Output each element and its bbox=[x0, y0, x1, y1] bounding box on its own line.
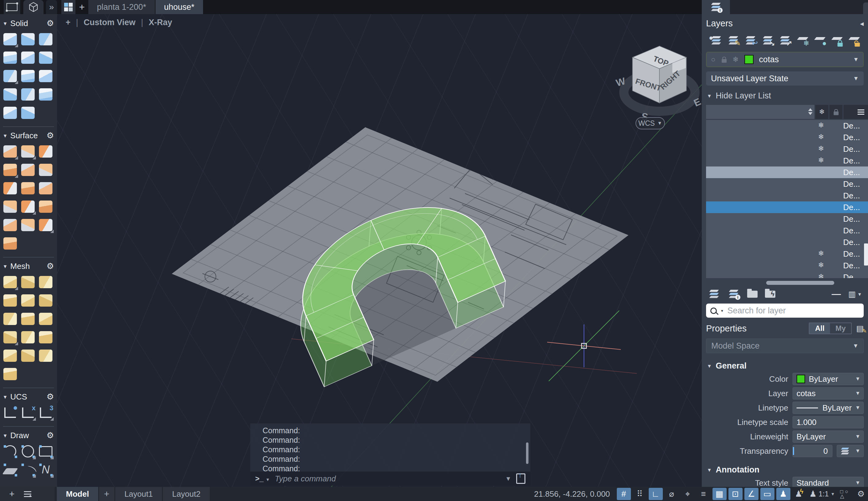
solid-fillet-icon[interactable] bbox=[19, 49, 37, 67]
property-control[interactable]: ByLayer▼ bbox=[793, 402, 864, 414]
layer-list-vscrollbar[interactable] bbox=[864, 244, 868, 266]
surface-analysis-report-icon[interactable] bbox=[1, 234, 19, 253]
layer-row[interactable]: De... bbox=[706, 201, 868, 213]
draw-arc-icon[interactable] bbox=[1, 442, 19, 460]
mesh-merge-face-icon[interactable] bbox=[19, 347, 37, 365]
solid-extrude-icon[interactable] bbox=[19, 30, 37, 49]
section-header-draw[interactable]: ▾Draw⚙ bbox=[0, 427, 57, 441]
gear-icon[interactable]: ⚙ bbox=[46, 392, 54, 402]
mesh-smooth-less-icon[interactable] bbox=[19, 310, 37, 328]
new-layout-button[interactable]: + bbox=[99, 487, 114, 501]
layers-palette-tab[interactable] bbox=[702, 0, 730, 14]
mesh-collapse-icon[interactable] bbox=[37, 347, 55, 365]
section-header-solid[interactable]: ▾Solid⚙ bbox=[0, 15, 57, 30]
surface-convert-icon[interactable] bbox=[19, 179, 37, 198]
property-control[interactable]: 1.000 bbox=[793, 416, 864, 428]
polar-tracking-toggle[interactable]: ⌀ bbox=[665, 488, 679, 500]
solid-box-icon[interactable] bbox=[1, 30, 19, 49]
layer-row[interactable]: ❄De... bbox=[706, 143, 868, 155]
annotation-visibility-toggle[interactable]: ♟ bbox=[776, 488, 791, 500]
freeze-column-header[interactable]: ❄ bbox=[814, 105, 828, 119]
surface-blend-icon[interactable] bbox=[37, 142, 55, 161]
new-layer-icon[interactable] bbox=[708, 289, 720, 299]
transparency-bylayer-button[interactable]: ▼ bbox=[837, 445, 864, 457]
layer-search[interactable]: ▾ bbox=[706, 303, 864, 318]
command-input[interactable]: Type a command bbox=[275, 474, 500, 483]
viewport[interactable]: + | Custom View | X-Ray bbox=[57, 14, 702, 487]
layer-previous-icon[interactable]: ↩ bbox=[743, 33, 758, 47]
command-history[interactable]: Command:Command:Command:Command:Command: bbox=[250, 424, 530, 471]
viewcube[interactable]: W S E TOP FRONT RIGHT bbox=[615, 46, 702, 122]
mesh-warp-icon[interactable] bbox=[1, 291, 19, 310]
selection-dropdown[interactable]: Model Space ▼ bbox=[706, 339, 864, 353]
grid-toggle[interactable]: # bbox=[617, 488, 631, 500]
solid-slice-icon[interactable] bbox=[1, 67, 19, 85]
freeze-icon[interactable]: ❄ bbox=[816, 133, 826, 141]
draw-rectangle-icon[interactable] bbox=[37, 442, 55, 460]
layer-state-icon[interactable]: ● bbox=[709, 33, 723, 47]
mesh-smooth-more-icon[interactable] bbox=[1, 310, 19, 328]
layer-lock-icon[interactable] bbox=[829, 33, 844, 47]
selection-cycling-toggle[interactable]: ⊡ bbox=[729, 488, 743, 500]
section-header-ucs[interactable]: ▾UCS⚙ bbox=[0, 389, 57, 403]
layer-row[interactable]: De... bbox=[706, 225, 868, 236]
surface-raise-icon[interactable] bbox=[37, 161, 55, 179]
section-annotation[interactable]: ▾Annotation bbox=[708, 465, 868, 475]
layer-row[interactable]: De... bbox=[706, 167, 868, 178]
solid-offset-icon[interactable] bbox=[37, 85, 55, 104]
mesh-split-icon[interactable] bbox=[1, 347, 19, 365]
filter-all-button[interactable]: All bbox=[809, 323, 830, 333]
doc-tab-planta[interactable]: planta 1-200* bbox=[88, 0, 155, 14]
customize-gear-toggle[interactable]: ⚙ bbox=[854, 488, 868, 500]
solid-wireframe-icon[interactable] bbox=[19, 67, 37, 85]
open-folder-icon[interactable] bbox=[747, 291, 758, 298]
gear-icon[interactable]: ⚙ bbox=[46, 261, 54, 271]
freeze-icon[interactable]: ❄ bbox=[816, 156, 826, 164]
annotation-autoscale-toggle[interactable]: ♟ϟ bbox=[792, 488, 806, 500]
layer-row[interactable]: ❄De... bbox=[706, 155, 868, 167]
solid-stack-icon[interactable] bbox=[1, 85, 19, 104]
solid-convert-icon[interactable] bbox=[1, 104, 19, 122]
freeze-icon[interactable]: ❄ bbox=[816, 261, 826, 269]
mesh-bend-icon[interactable] bbox=[37, 273, 55, 291]
mesh-wave-icon[interactable] bbox=[19, 291, 37, 310]
layer-isolate-icon[interactable]: ↘ bbox=[760, 33, 775, 47]
solid-lift-icon[interactable] bbox=[1, 49, 19, 67]
surface-analysis-zebra-icon[interactable] bbox=[37, 216, 55, 234]
add-icon[interactable]: + bbox=[9, 489, 15, 499]
mesh-spin-edge-icon[interactable] bbox=[1, 365, 19, 383]
viewport-expand-control[interactable]: + bbox=[66, 18, 71, 27]
layer-row[interactable]: De... bbox=[706, 178, 868, 190]
layer-settings-icon[interactable]: ✎ bbox=[726, 33, 741, 47]
hide-layer-list-toggle[interactable]: ▾ Hide Layer List bbox=[708, 91, 868, 100]
collapse-minus-icon[interactable]: — bbox=[832, 289, 841, 299]
layer-list-hscroll-thumb[interactable] bbox=[766, 281, 834, 285]
layer-row[interactable]: ❄De... bbox=[706, 131, 868, 143]
layer-row[interactable]: De... bbox=[706, 236, 868, 248]
angle-snap-toggle[interactable]: ∠ bbox=[744, 488, 759, 500]
search-input[interactable] bbox=[727, 306, 859, 316]
box-view-icon[interactable] bbox=[23, 0, 44, 14]
column-menu-header[interactable] bbox=[843, 105, 868, 119]
start-tab-grid-icon[interactable] bbox=[61, 0, 75, 14]
command-scrollbar[interactable] bbox=[526, 443, 528, 464]
layout-list-icon[interactable] bbox=[24, 494, 31, 494]
surface-tools-icon[interactable] bbox=[37, 198, 55, 216]
draw-plane-icon[interactable] bbox=[1, 460, 19, 479]
filter-my-button[interactable]: My bbox=[830, 323, 851, 333]
surface-patch-icon[interactable] bbox=[1, 161, 19, 179]
layer-unisolate-icon[interactable]: ↗ bbox=[777, 33, 792, 47]
layer-row[interactable]: ❄De... bbox=[706, 271, 868, 278]
surface-cv-add-icon[interactable] bbox=[1, 216, 19, 234]
dynamic-input-toggle[interactable]: ▭ bbox=[760, 488, 774, 500]
surface-trim-icon[interactable] bbox=[1, 179, 19, 198]
command-prompt-icon[interactable]: >_ ▼ bbox=[255, 474, 270, 483]
layer-state-dropdown[interactable]: Unsaved Layer State ▼ bbox=[706, 72, 864, 86]
ucs-world-icon[interactable]: ● bbox=[1, 404, 19, 422]
surface-planar-icon[interactable] bbox=[19, 142, 37, 161]
tab-layout2[interactable]: Layout2 bbox=[163, 487, 210, 501]
solid-extract-edges-icon[interactable] bbox=[37, 67, 55, 85]
new-drawing-tab-button[interactable]: + bbox=[75, 0, 88, 14]
current-layer-bar[interactable]: ○ ❄ cotas ▼ bbox=[706, 52, 864, 67]
surface-network-icon[interactable] bbox=[1, 142, 19, 161]
